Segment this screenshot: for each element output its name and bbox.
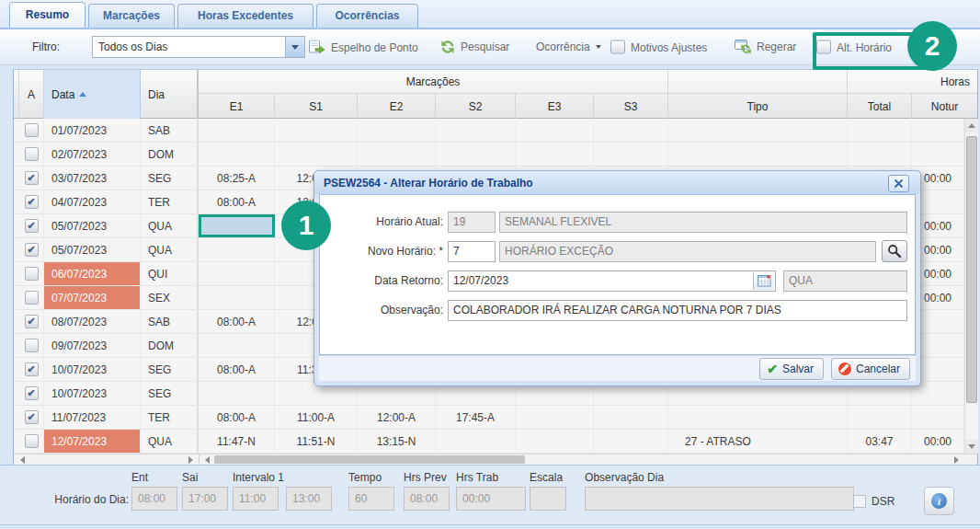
scroll-right-button[interactable] <box>184 455 197 465</box>
col-header-e2[interactable]: E2 <box>358 94 436 119</box>
filter-select[interactable]: Todos os Dias <box>92 36 305 58</box>
row-checkbox[interactable]: ✔ <box>25 171 39 185</box>
cell-notur[interactable] <box>912 143 964 166</box>
cell-dia[interactable]: SEG <box>141 358 199 381</box>
col-header-total[interactable]: Total <box>848 94 912 119</box>
cell-e3[interactable] <box>516 119 594 142</box>
cell-a[interactable] <box>19 430 44 453</box>
data-retorno-field[interactable]: 12/07/2023 <box>448 270 776 292</box>
cell-data[interactable]: 12/07/2023 <box>44 430 141 453</box>
cell-e1[interactable]: 08:00-A <box>199 358 275 381</box>
cell-dia[interactable]: SEX <box>141 286 199 309</box>
salvar-button[interactable]: ✔ Salvar <box>759 358 824 380</box>
cell-dia[interactable]: SEG <box>141 167 199 190</box>
cell-s2[interactable]: 17:45-A <box>436 406 516 429</box>
col-header-s1[interactable]: S1 <box>275 94 358 119</box>
cell-e3[interactable] <box>516 430 594 453</box>
cell-data[interactable]: 02/07/2023 <box>44 143 141 166</box>
cell-dia[interactable]: QUA <box>141 238 199 261</box>
table-row[interactable]: ✔11/07/2023TER08:00-A11:00-A12:00-A17:45… <box>14 406 964 430</box>
cell-a[interactable] <box>19 143 44 166</box>
cell-a[interactable]: ✔ <box>19 190 44 213</box>
dsr-checkbox-group[interactable]: DSR <box>853 495 895 508</box>
observacao-field[interactable]: COLABORADOR IRÁ REALIZAR CARGA NOTURNA P… <box>448 300 907 321</box>
table-row[interactable]: 02/07/2023DOM <box>14 143 964 167</box>
espelho-de-ponto-button[interactable]: Espelho de Ponto <box>309 40 418 54</box>
row-checkbox[interactable] <box>25 339 39 352</box>
cell-data[interactable]: 11/07/2023 <box>44 406 141 429</box>
horizontal-scrollbars[interactable] <box>14 454 977 465</box>
cell-total[interactable] <box>848 119 912 142</box>
cell-data[interactable]: 10/07/2023 <box>44 382 141 405</box>
col-header-s3[interactable]: S3 <box>594 94 668 119</box>
cell-e1[interactable] <box>199 119 275 142</box>
vertical-scrollbar[interactable] <box>964 119 978 454</box>
cell-s1[interactable]: 11:51-N <box>275 430 358 453</box>
tab-resumo[interactable]: Resumo <box>9 2 85 28</box>
col-header-e1[interactable]: E1 <box>199 94 275 119</box>
cell-data[interactable]: 04/07/2023 <box>44 190 141 213</box>
row-checkbox[interactable] <box>25 123 39 137</box>
cell-dia[interactable]: QUA <box>141 430 199 453</box>
cell-tipo[interactable] <box>668 406 848 429</box>
cell-data[interactable]: 05/07/2023 <box>44 238 141 261</box>
cell-dia[interactable]: DOM <box>141 334 199 357</box>
cell-data[interactable]: 07/07/2023 <box>44 286 141 309</box>
row-checkbox[interactable]: ✔ <box>25 219 39 233</box>
ocorrencia-menu-button[interactable]: Ocorrência <box>536 40 601 53</box>
search-horario-button[interactable] <box>882 240 907 262</box>
cell-data[interactable]: 10/07/2023 <box>44 358 141 381</box>
scroll-right-button[interactable] <box>950 455 963 465</box>
cell-notur[interactable] <box>912 382 964 405</box>
col-header-tipo[interactable]: Tipo <box>668 94 848 119</box>
cell-a[interactable]: ✔ <box>19 167 44 190</box>
cell-e1[interactable]: 08:25-A <box>199 167 275 190</box>
col-header-a[interactable]: A <box>19 70 44 119</box>
row-checkbox[interactable]: ✔ <box>25 243 39 257</box>
cell-a[interactable]: ✔ <box>19 382 44 405</box>
row-checkbox[interactable]: ✔ <box>25 315 39 328</box>
cell-e3[interactable] <box>516 143 594 166</box>
scroll-up-button[interactable] <box>965 119 978 132</box>
cell-e1[interactable] <box>199 334 275 357</box>
cell-data[interactable]: 05/07/2023 <box>44 214 141 237</box>
cell-s1[interactable] <box>275 119 358 142</box>
cell-a[interactable]: ✔ <box>19 358 44 381</box>
cell-e3[interactable] <box>516 406 594 429</box>
cell-data[interactable]: 03/07/2023 <box>44 167 141 190</box>
cell-a[interactable] <box>19 286 44 309</box>
col-header-dia[interactable]: Dia <box>141 70 199 119</box>
calendar-picker-button[interactable] <box>753 272 774 290</box>
cell-e1[interactable] <box>199 262 275 285</box>
vertical-scrollbar-thumb[interactable] <box>966 136 977 403</box>
cell-e1[interactable] <box>199 214 275 237</box>
cell-tipo[interactable] <box>668 143 848 166</box>
cell-e2[interactable]: 12:00-A <box>358 406 436 429</box>
locked-columns-scrollbar[interactable] <box>14 454 199 465</box>
cell-dia[interactable]: QUA <box>141 214 199 237</box>
cell-a[interactable]: ✔ <box>19 406 44 429</box>
cell-dia[interactable]: QUI <box>141 262 199 285</box>
cell-e1[interactable] <box>199 238 275 261</box>
cell-a[interactable] <box>19 334 44 357</box>
row-checkbox[interactable]: ✔ <box>25 410 39 424</box>
row-checkbox[interactable]: ✔ <box>25 362 39 376</box>
cell-e1[interactable]: 08:00-A <box>199 406 275 429</box>
cell-notur[interactable] <box>912 119 964 142</box>
tab-horas-excedentes[interactable]: Horas Excedentes <box>177 4 313 28</box>
cell-notur[interactable] <box>912 406 964 429</box>
cell-s2[interactable] <box>436 143 516 166</box>
row-checkbox[interactable] <box>25 291 39 305</box>
cell-s1[interactable]: 11:00-A <box>275 406 358 429</box>
cell-s3[interactable] <box>594 430 668 453</box>
pesquisar-button[interactable]: Pesquisar <box>440 40 509 54</box>
cell-notur[interactable]: 00:00 <box>912 430 964 453</box>
col-header-data[interactable]: Data <box>44 70 141 119</box>
table-row[interactable]: 12/07/2023QUA11:47-N11:51-N13:15-N27 - A… <box>14 430 964 454</box>
motivos-ajustes-button[interactable]: Motivos Ajustes <box>610 40 707 54</box>
cell-a[interactable]: ✔ <box>19 214 44 237</box>
cell-e1[interactable] <box>199 382 275 405</box>
cell-dia[interactable]: DOM <box>141 143 199 166</box>
modal-close-button[interactable] <box>888 175 909 192</box>
tab-marcacoes[interactable]: Marcações <box>88 4 175 28</box>
